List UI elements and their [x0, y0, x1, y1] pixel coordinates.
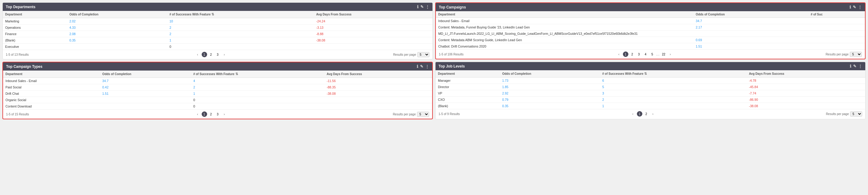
next-page-btn[interactable]: ›	[222, 52, 227, 57]
edit-icon-campaign-types[interactable]: ✎	[420, 64, 423, 69]
filter-icon-jl[interactable]: ⇅	[644, 72, 647, 76]
panel-footer-top-job-levels: 1-5 of 9 Results ‹ 1 2 › Results per pag…	[436, 109, 865, 118]
page-1-btn-campaigns[interactable]: 1	[623, 51, 628, 57]
panel-body-top-campaign-types: Department Odds of Completion # of Succe…	[3, 71, 432, 109]
table-row: Director1.855-45.84	[436, 84, 865, 90]
page-2-btn[interactable]: 2	[208, 52, 214, 57]
cell-odds: 2.92	[500, 90, 600, 96]
pagination-top-campaigns: ‹ 1 2 3 4 5 ... 22 ›	[616, 51, 673, 57]
cell-avg-days: -86.90	[746, 96, 865, 103]
edit-icon[interactable]: ✎	[420, 5, 424, 9]
panel-title-top-job-levels: Top Job Levels	[439, 64, 465, 69]
page-2-btn-campaigns[interactable]: 2	[629, 51, 635, 57]
cell-odds: 34.7	[693, 18, 808, 24]
per-page-select-campaign-types[interactable]: 51025	[417, 112, 429, 117]
next-page-btn-ct[interactable]: ›	[222, 111, 227, 117]
edit-icon-campaigns[interactable]: ✎	[853, 5, 856, 9]
per-page-select-job-levels[interactable]: 51025	[850, 111, 862, 117]
table-top-campaigns: Department Odds of Completion # of Suc I…	[436, 11, 865, 49]
cell-avg-days: -45.84	[746, 84, 865, 90]
cell-dept: Inbound Sales - Email	[436, 18, 693, 24]
pagination-top-departments: ‹ 1 2 3 ›	[195, 52, 227, 57]
table-row: Manager1.736-4.78	[436, 78, 865, 84]
cell-dept: Drift Chat	[3, 90, 100, 97]
table-row: Organic Social0	[3, 97, 432, 103]
page-4-btn-campaigns[interactable]: 4	[643, 51, 648, 57]
cell-successes: 4	[191, 78, 324, 84]
results-count-top-departments: 1-5 of 13 Results	[6, 53, 29, 56]
table-top-campaign-types: Department Odds of Completion # of Succe…	[3, 71, 432, 109]
more-icon-campaign-types[interactable]: ⋮	[425, 64, 429, 69]
per-page-select-top-departments[interactable]: 51025	[417, 52, 429, 57]
table-row: (Blank)0.351-38.08	[436, 103, 865, 109]
cell-odds: 1.51	[100, 90, 191, 97]
col-successes-job-levels: # of Successes With Feature⇅	[600, 70, 746, 78]
results-count-top-campaign-types: 1-5 of 15 Results	[6, 113, 29, 116]
prev-page-btn-ct[interactable]: ‹	[195, 111, 200, 117]
cell-avg-days: -7.74	[746, 90, 865, 96]
col-avg-days: Avg Days From Success	[314, 11, 432, 18]
page-1-btn-jl[interactable]: 1	[637, 111, 642, 117]
cell-avg-days: -4.78	[746, 78, 865, 84]
more-icon[interactable]: ⋮	[426, 5, 429, 9]
panel-title-top-departments: Top Departments	[6, 5, 35, 9]
page-2-btn-jl[interactable]: 2	[644, 111, 649, 117]
cell-dept: Chatbot: Drift Conversations 2020	[436, 43, 693, 50]
page-5-btn-campaigns[interactable]: 5	[650, 51, 655, 57]
page-22-btn-campaigns[interactable]: 22	[661, 51, 666, 57]
col-successes-campaign-types: # of Successes With Feature⇅	[191, 71, 324, 78]
cell-odds: 2.02	[67, 18, 167, 25]
prev-page-btn[interactable]: ‹	[195, 52, 200, 57]
cell-successes	[808, 43, 865, 50]
info-icon[interactable]: ℹ	[417, 5, 418, 9]
edit-icon-job-levels[interactable]: ✎	[853, 64, 857, 69]
page-3-btn-campaigns[interactable]: 3	[636, 51, 642, 57]
col-avg-days-job-levels: Avg Days From Success	[746, 70, 865, 78]
more-icon-job-levels[interactable]: ⋮	[858, 64, 862, 69]
panel-body-top-departments: Department Odds of Completion # of Succe…	[3, 11, 432, 50]
table-row: Executive0	[3, 44, 432, 50]
page-1-btn[interactable]: 1	[202, 52, 207, 57]
cell-successes: 0	[191, 97, 324, 103]
cell-odds	[100, 97, 191, 103]
next-page-btn-jl[interactable]: ›	[650, 111, 656, 117]
cell-dept: (Blank)	[3, 37, 67, 44]
pagination-top-job-levels: ‹ 1 2 ›	[630, 111, 656, 117]
panel-footer-top-campaign-types: 1-5 of 15 Results ‹ 1 2 3 › Results per …	[3, 109, 432, 119]
info-icon-job-levels[interactable]: ℹ	[850, 64, 851, 69]
cell-odds	[100, 103, 191, 110]
col-odds-campaigns: Odds of Completion	[693, 11, 808, 18]
table-row: Chatbot: Drift Conversations 20201.51	[436, 43, 865, 50]
cell-dept: Content Download	[3, 103, 100, 110]
col-successes: # of Successes With Feature⇅	[167, 11, 314, 18]
table-row: VP2.923-7.74	[436, 90, 865, 96]
info-icon-campaign-types[interactable]: ℹ	[417, 64, 418, 69]
page-3-btn[interactable]: 3	[215, 52, 220, 57]
cell-odds: 1.51	[693, 43, 808, 50]
cell-odds: 1.85	[500, 84, 600, 90]
prev-page-btn-jl[interactable]: ‹	[630, 111, 636, 117]
dashboard-grid: Top Departments ℹ ✎ ⋮ Department Odds of…	[0, 0, 868, 122]
cell-dept: Content: Metadata ABM Scoring Guide, Lin…	[436, 37, 693, 43]
prev-page-btn-campaigns[interactable]: ‹	[616, 51, 622, 57]
cell-avg-days: -38.08	[746, 103, 865, 109]
cell-avg-days	[314, 44, 432, 50]
table-row: Paid Social0.422-88.35	[3, 84, 432, 90]
next-page-btn-campaigns[interactable]: ›	[668, 51, 673, 57]
cell-dept: CXO	[436, 96, 500, 103]
filter-icon[interactable]: ⇅	[211, 12, 214, 16]
page-2-btn-ct[interactable]: 2	[208, 111, 214, 117]
page-3-btn-ct[interactable]: 3	[215, 111, 220, 117]
page-1-btn-ct[interactable]: 1	[202, 111, 207, 117]
cell-dept: Marketing	[3, 18, 67, 25]
cell-successes: 10	[167, 18, 314, 25]
filter-icon-ct[interactable]: ⇅	[236, 72, 238, 76]
panel-footer-top-campaigns: 1-5 of 106 Results ‹ 1 2 3 4 5 ... 22 › …	[436, 49, 865, 59]
panel-body-top-campaigns: Department Odds of Completion # of Suc I…	[436, 11, 865, 49]
more-icon-campaigns[interactable]: ⋮	[858, 5, 862, 9]
table-row: Operations4.332-3.13	[3, 25, 432, 31]
cell-avg-days: -3.13	[314, 25, 432, 31]
per-page-select-campaigns[interactable]: 51025	[850, 52, 862, 57]
cell-odds	[67, 44, 167, 50]
info-icon-campaigns[interactable]: ℹ	[849, 5, 851, 9]
